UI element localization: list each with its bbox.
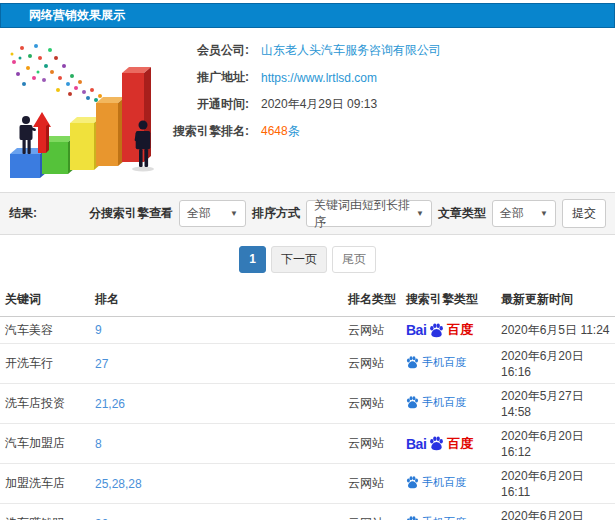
rank-link[interactable]: 9: [95, 323, 102, 337]
member-info-list: 会员公司: 山东老人头汽车服务咨询有限公司 推广地址: https://www.…: [165, 28, 441, 192]
bar-chart-illustration: [0, 28, 165, 188]
chevron-down-icon: ▼: [540, 209, 548, 218]
next-page-button[interactable]: 下一页: [271, 246, 327, 273]
table-row: 开洗车行27云网站手机百度2020年6月20日 16:16: [0, 344, 615, 384]
baidu-logo: Bai百度: [406, 435, 473, 453]
chevron-down-icon: ▼: [230, 209, 238, 218]
engine-rank-value: 4648条: [261, 123, 300, 140]
sort-selected: 关键词由短到长排序: [314, 197, 410, 231]
mobile-baidu-badge: 手机百度: [406, 395, 466, 410]
sort-select[interactable]: 关键词由短到长排序 ▼: [306, 200, 432, 227]
bar-orange: [96, 97, 125, 166]
keyword-cell: 开洗车行: [0, 344, 90, 384]
rank-cell: 30: [90, 504, 343, 520]
rank-link[interactable]: 21,26: [95, 397, 125, 411]
baidu-paw-icon: [429, 323, 444, 338]
last-page-button[interactable]: 尾页: [332, 246, 376, 273]
info-section: 会员公司: 山东老人头汽车服务咨询有限公司 推广地址: https://www.…: [0, 28, 615, 192]
confetti-dots: [11, 44, 103, 102]
rank-count: 4648: [261, 124, 288, 138]
rank-cell: 25,28,28: [90, 464, 343, 504]
page-button-current[interactable]: 1: [239, 246, 266, 273]
rank-type-cell: 云网站: [343, 424, 401, 464]
company-link[interactable]: 山东老人头汽车服务咨询有限公司: [261, 42, 441, 59]
engine-cell: Bai百度: [401, 424, 496, 464]
rank-cell: 9: [90, 317, 343, 344]
info-row-url: 推广地址: https://www.lrtlsd.com: [165, 64, 441, 91]
rank-type-cell: 云网站: [343, 504, 401, 520]
mobile-baidu-label: 手机百度: [422, 395, 466, 410]
updated-cell: 2020年6月20日 16:12: [496, 424, 615, 464]
sort-label: 排序方式: [252, 205, 300, 222]
engine-cell: 手机百度: [401, 384, 496, 424]
rank-type-cell: 云网站: [343, 384, 401, 424]
submit-button[interactable]: 提交: [562, 199, 606, 228]
promotion-url-label: 推广地址:: [165, 69, 249, 86]
baidu-logo-text-bai: Bai: [406, 322, 426, 338]
keyword-cell: 加盟洗车店: [0, 464, 90, 504]
baidu-paw-icon: [406, 476, 419, 489]
promotion-url-link[interactable]: https://www.lrtlsd.com: [261, 71, 377, 85]
rank-cell: 21,26: [90, 384, 343, 424]
updated-cell: 2020年5月27日 14:58: [496, 384, 615, 424]
engine-view-label: 分搜索引擎查看: [89, 205, 173, 222]
rank-link[interactable]: 25,28,28: [95, 477, 142, 491]
rank-type-cell: 云网站: [343, 317, 401, 344]
article-type-selected: 全部: [500, 205, 524, 222]
table-row: 汽车美容9云网站Bai百度2020年6月5日 11:24: [0, 317, 615, 344]
baidu-logo-text-du: 百度: [447, 435, 473, 453]
baidu-logo-text-du: 百度: [447, 321, 473, 339]
results-table: 关键词排名排名类型搜索引擎类型最新更新时间 汽车美容9云网站Bai百度2020年…: [0, 283, 615, 520]
mobile-baidu-label: 手机百度: [422, 475, 466, 490]
result-label: 结果:: [0, 205, 37, 222]
article-type-select[interactable]: 全部 ▼: [492, 200, 556, 227]
baidu-paw-icon: [406, 356, 419, 369]
rank-link[interactable]: 30: [95, 517, 108, 520]
rank-link[interactable]: 8: [95, 437, 102, 451]
open-time-label: 开通时间:: [165, 96, 249, 113]
engine-view-selected: 全部: [187, 205, 211, 222]
baidu-logo-text-bai: Bai: [406, 436, 426, 452]
up-arrow-icon: [33, 112, 51, 153]
mobile-baidu-label: 手机百度: [422, 355, 466, 370]
mobile-baidu-badge: 手机百度: [406, 515, 466, 520]
company-label: 会员公司:: [165, 42, 249, 59]
pagination: 1 下一页 尾页: [0, 235, 615, 283]
rank-unit: 条: [288, 124, 300, 138]
column-header: 最新更新时间: [496, 283, 615, 317]
engine-cell: 手机百度: [401, 344, 496, 384]
mobile-baidu-label: 手机百度: [422, 515, 466, 520]
engine-view-select[interactable]: 全部 ▼: [179, 200, 246, 227]
rank-link[interactable]: 27: [95, 357, 108, 371]
column-header: 搜索引擎类型: [401, 283, 496, 317]
table-row: 洗车赚钱吗30云网站手机百度2020年6月20日 16:12: [0, 504, 615, 520]
table-row: 汽车加盟店8云网站Bai百度2020年6月20日 16:12: [0, 424, 615, 464]
rank-cell: 27: [90, 344, 343, 384]
keyword-cell: 洗车店投资: [0, 384, 90, 424]
keyword-cell: 洗车赚钱吗: [0, 504, 90, 520]
rank-type-cell: 云网站: [343, 464, 401, 504]
column-header: 排名: [90, 283, 343, 317]
updated-cell: 2020年6月20日 16:12: [496, 504, 615, 520]
filter-bar: 结果: 分搜索引擎查看 全部 ▼ 排序方式 关键词由短到长排序 ▼ 文章类型 全…: [0, 192, 615, 235]
updated-cell: 2020年6月5日 11:24: [496, 317, 615, 344]
info-row-rank: 搜索引擎排名: 4648条: [165, 118, 441, 145]
table-body: 汽车美容9云网站Bai百度2020年6月5日 11:24开洗车行27云网站手机百…: [0, 317, 615, 520]
chevron-down-icon: ▼: [416, 209, 424, 218]
info-row-open-time: 开通时间: 2020年4月29日 09:13: [165, 91, 441, 118]
table-row: 洗车店投资21,26云网站手机百度2020年5月27日 14:58: [0, 384, 615, 424]
engine-cell: 手机百度: [401, 464, 496, 504]
mobile-baidu-badge: 手机百度: [406, 475, 466, 490]
baidu-paw-icon: [429, 436, 444, 451]
updated-cell: 2020年6月20日 16:11: [496, 464, 615, 504]
open-time-value: 2020年4月29日 09:13: [261, 96, 377, 113]
baidu-paw-icon: [406, 396, 419, 409]
table-header-row: 关键词排名排名类型搜索引擎类型最新更新时间: [0, 283, 615, 317]
baidu-paw-icon: [406, 516, 419, 520]
engine-cell: 手机百度: [401, 504, 496, 520]
engine-cell: Bai百度: [401, 317, 496, 344]
mobile-baidu-badge: 手机百度: [406, 355, 466, 370]
column-header: 排名类型: [343, 283, 401, 317]
updated-cell: 2020年6月20日 16:16: [496, 344, 615, 384]
article-type-label: 文章类型: [438, 205, 486, 222]
